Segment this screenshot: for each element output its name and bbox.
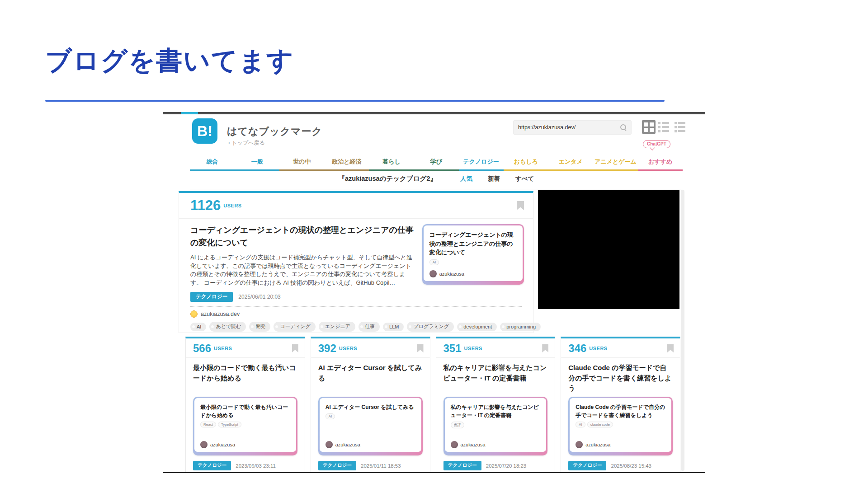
bookmark-icon[interactable] (542, 344, 548, 352)
author-name: azukiazusa (210, 442, 235, 447)
users-count[interactable]: 351 (443, 342, 462, 355)
users-label: USERS (214, 346, 232, 351)
thumbnail-title: 最小限のコードで動く最も汚いコードから始める (200, 403, 290, 419)
tab-manabi[interactable]: 学び (414, 154, 458, 171)
site-domain[interactable]: azukiazusa.dev (201, 311, 240, 317)
presentation-slide: ブログを書いてます B! はてなブックマーク ‹ トップへ戻る ChatGPT (0, 0, 868, 488)
list-view-icon[interactable] (658, 120, 672, 134)
entry-thumbnail-card[interactable]: AI エディター Cursor を試してみる AI azukiazusa (318, 397, 423, 455)
avatar (326, 441, 333, 448)
video-embed[interactable] (538, 190, 679, 309)
users-count[interactable]: 1126 (190, 197, 221, 214)
tag[interactable]: エンジニア (319, 322, 355, 332)
screenshot-bottom-edge (163, 472, 705, 473)
chatgpt-badge[interactable]: ChatGPT (643, 140, 670, 148)
entry-title[interactable]: 私のキャリアに影響を与えたコンピューター・IT の定番書籍 (436, 358, 555, 395)
tab-yononaka[interactable]: 世の中 (279, 154, 324, 171)
grid-view-icon[interactable] (642, 120, 656, 134)
category-badge[interactable]: テクノロジー (443, 461, 481, 470)
subtab-new[interactable]: 新着 (488, 175, 500, 183)
tab-sougou[interactable]: 総合 (190, 154, 235, 171)
tag[interactable]: 開発 (249, 322, 270, 332)
title-underline-rule (45, 100, 665, 102)
users-count[interactable]: 566 (193, 342, 211, 355)
tab-technology[interactable]: テクノロジー (459, 154, 504, 171)
category-nav: 総合 一般 世の中 政治と経済 暮らし 学び テクノロジー おもしろ エンタメ … (190, 154, 683, 171)
tab-osusume[interactable]: おすすめ (638, 154, 683, 171)
author-name: azukiazusa (585, 442, 610, 447)
tag[interactable]: development (457, 323, 497, 331)
tag[interactable]: コーディング (274, 322, 315, 332)
category-badge[interactable]: テクノロジー (318, 461, 356, 470)
page-scrollbar[interactable] (681, 190, 684, 471)
entry-tags: AI あとで読む 開発 コーディング エンジニア 仕事 LLM プログラミング … (179, 318, 533, 332)
site-name: はてなブックマーク (227, 125, 322, 138)
category-badge[interactable]: テクノロジー (193, 461, 231, 470)
entry-date: 2025/06/01 20:03 (238, 294, 280, 300)
entry-thumbnail-card[interactable]: Claude Code の学習モードで自分の手でコードを書く練習をしよう AI … (568, 397, 673, 455)
tag[interactable]: プログラミング (407, 322, 454, 332)
thumbnail-tag: AI (326, 413, 335, 419)
avatar (200, 441, 208, 448)
tab-entame[interactable]: エンタメ (548, 154, 593, 171)
bookmark-icon[interactable] (417, 344, 424, 352)
screenshot-top-edge (163, 112, 705, 114)
tab-omoshiro[interactable]: おもしろ (504, 154, 548, 171)
tab-seiji-keizai[interactable]: 政治と経済 (324, 154, 369, 171)
category-badge[interactable]: テクノロジー (190, 292, 233, 302)
entry-date: 2025/08/23 15:43 (611, 463, 651, 469)
tag[interactable]: 仕事 (359, 322, 380, 332)
tab-kurashi[interactable]: 暮らし (369, 154, 414, 171)
tag[interactable]: AI (190, 323, 206, 331)
entry-thumbnail-card[interactable]: 最小限のコードで動く最も汚いコードから始める React TypeScript … (193, 397, 297, 455)
entry-card: 392 USERS AI エディター Cursor を試してみる AI エディタ… (311, 337, 430, 472)
entry-title[interactable]: AI エディター Cursor を試してみる (311, 358, 430, 395)
entry-thumbnail-card[interactable]: コーディングエージェントの現状の整理とエンジニアの仕事の変化について AI az… (422, 224, 524, 285)
search-bar[interactable] (513, 120, 632, 135)
entry-title[interactable]: 最小限のコードで動く最も汚いコードから始める (186, 358, 305, 395)
tab-anime-game[interactable]: アニメとゲーム (593, 154, 638, 171)
subtab-all[interactable]: すべて (515, 175, 534, 183)
category-badge[interactable]: テクノロジー (568, 461, 606, 470)
slide-title: ブログを書いてます (45, 43, 294, 79)
entry-title[interactable]: Claude Code の学習モードで自分の手でコードを書く練習をしよう (561, 358, 680, 395)
thumbnail-title: Claude Code の学習モードで自分の手でコードを書く練習をしよう (576, 403, 665, 419)
tag[interactable]: あとで読む (209, 322, 246, 332)
back-to-top-link[interactable]: ‹ トップへ戻る (228, 139, 265, 147)
thumbnail-title: 私のキャリアに影響を与えたコンピューター・IT の定番書籍 (451, 403, 541, 419)
thumbnail-tag: AI (576, 422, 585, 427)
search-icon[interactable] (620, 124, 627, 131)
bookmark-icon[interactable] (667, 344, 674, 352)
hatena-bookmark-logo[interactable]: B! (192, 118, 217, 144)
thumbnail-tag: React (200, 422, 216, 427)
users-count[interactable]: 392 (318, 342, 336, 355)
hatena-bookmark-screenshot: B! はてなブックマーク ‹ トップへ戻る ChatGPT 総合 一般 (163, 112, 705, 472)
tab-ippan[interactable]: 一般 (235, 154, 279, 171)
bookmark-icon[interactable] (292, 344, 298, 352)
entry-date: 2025/01/11 18:53 (361, 463, 401, 469)
search-input[interactable] (518, 124, 620, 131)
compact-list-view-icon[interactable] (675, 120, 688, 134)
tag[interactable]: programming (500, 323, 541, 331)
author-name: azukiazusa (439, 271, 464, 277)
entry-card: 566 USERS 最小限のコードで動く最も汚いコードから始める 最小限のコード… (185, 337, 305, 472)
users-label: USERS (339, 346, 357, 351)
thumbnail-title: AI エディター Cursor を試してみる (326, 403, 415, 411)
entry-description: AI によるコーディングの支援はコード補完型からチャット型、そして自律型へと進化… (190, 253, 414, 287)
users-count[interactable]: 346 (568, 342, 586, 355)
subnav-divider (190, 189, 683, 189)
tag[interactable]: LLM (383, 323, 404, 331)
entry-date: 2025/07/20 18:23 (486, 463, 527, 469)
thumbnail-tag: 書評 (451, 422, 464, 428)
blog-title[interactable]: 『azukiazusaのテックブログ2』 (339, 174, 437, 183)
thumbnail-tag: AI (429, 259, 439, 265)
thumbnail-tag: TypeScript (218, 422, 241, 427)
entry-title[interactable]: コーディングエージェントの現状の整理とエンジニアの仕事の変化について (190, 224, 414, 249)
screenshot-top-edge-accent (181, 112, 198, 114)
subtab-popular[interactable]: 人気 (460, 175, 472, 183)
main-entry-card: 1126 USERS コーディングエージェントの現状の整理とエンジニアの仕事の変… (179, 191, 533, 333)
users-label: USERS (464, 346, 482, 351)
thumbnail-title: コーディングエージェントの現状の整理とエンジニアの仕事の変化について (429, 230, 517, 257)
bookmark-icon[interactable] (517, 201, 524, 210)
entry-thumbnail-card[interactable]: 私のキャリアに影響を与えたコンピューター・IT の定番書籍 書評 azukiaz… (443, 397, 548, 455)
